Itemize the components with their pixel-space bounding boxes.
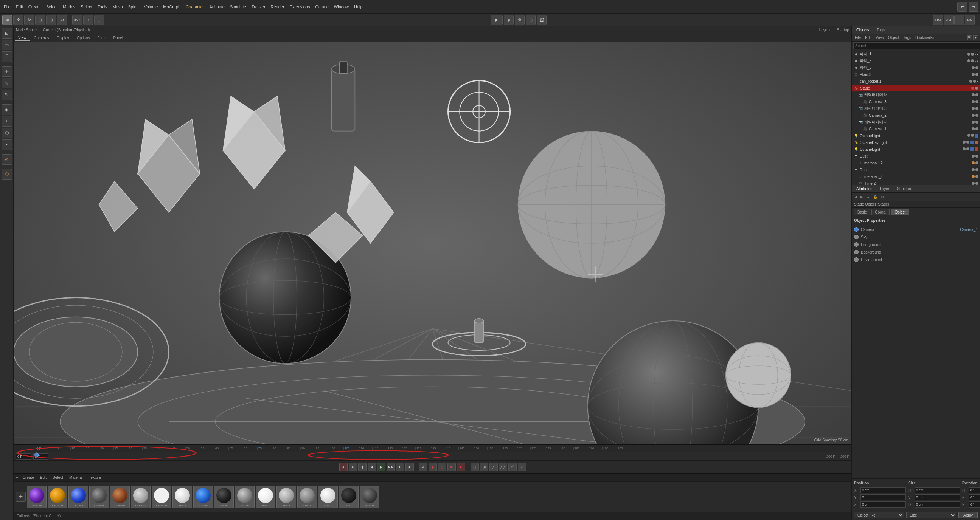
om-vis-stage[interactable] <box>971 87 974 90</box>
menu-tools[interactable]: Tools <box>95 4 110 10</box>
om-item-0[interactable]: ◆ 파티_1 ▸ ▸ <box>852 51 980 57</box>
material-add-btn[interactable]: + <box>16 492 26 502</box>
axis-btn[interactable]: ↕ <box>83 15 93 25</box>
attr-mode-object[interactable]: Object <box>891 209 909 216</box>
om-vis-3[interactable] <box>972 73 975 76</box>
pb-stop[interactable]: ■ <box>447 463 456 471</box>
render-all[interactable]: ◈ <box>504 15 514 25</box>
om-lock-octlight2[interactable] <box>966 147 969 151</box>
material-swatch-mat[interactable]: Mat <box>339 486 359 508</box>
om-item-cam1[interactable]: 📷 캐릭터카메라 <box>852 92 980 98</box>
om-item-time2[interactable]: □ Time.2 <box>852 180 980 185</box>
material-swatch-octglos1[interactable]: OctGlos <box>68 486 88 508</box>
om-item-3[interactable]: □ Plain.3 <box>852 71 980 78</box>
timeline-toggle[interactable]: TL <box>954 15 964 25</box>
pb-record-stop[interactable]: ● <box>457 463 465 471</box>
material-swatch-octdiffu3[interactable]: OctDiffu <box>193 486 213 508</box>
material-swatch-octglos3[interactable]: OctGlos <box>131 486 151 508</box>
snap-btn[interactable]: ⊡ <box>94 15 104 25</box>
lasso-select-tool[interactable]: ⌒ <box>2 51 12 62</box>
move-tool[interactable]: ⊕ <box>2 15 12 25</box>
apply-button[interactable]: Apply <box>958 512 978 518</box>
om-lock-3[interactable] <box>975 73 978 76</box>
om-lock-meta1[interactable] <box>975 162 978 164</box>
move-tool-left[interactable]: ✛ <box>2 66 12 77</box>
menu-mesh[interactable]: Mesh <box>110 4 125 10</box>
sculpt-mode[interactable]: ⊙ <box>2 154 12 165</box>
tab-options[interactable]: Options <box>74 35 93 41</box>
pb-play[interactable]: ▶ <box>377 463 385 471</box>
om-vis-dust1[interactable] <box>972 155 975 158</box>
tab-panel[interactable]: Panel <box>110 35 126 41</box>
om-tag-octlight2[interactable] <box>970 147 974 151</box>
edge-mode[interactable]: / <box>2 116 12 127</box>
pb-extra-4[interactable]: ▷▷ <box>499 463 507 471</box>
menu-octane[interactable]: Octane <box>313 4 331 10</box>
attr-mode-coord[interactable]: Coord. <box>872 209 889 216</box>
model-mode[interactable]: ◈ <box>2 104 12 115</box>
material-swatch-octglos2[interactable]: OctGlos <box>110 486 130 508</box>
attr-tab-layer[interactable]: Layer <box>878 186 891 192</box>
rot-b-input[interactable] <box>969 501 980 507</box>
prop-sky-indicator[interactable] <box>854 235 859 239</box>
om-item-octlight1[interactable]: 💡 OctaneLight <box>852 132 980 139</box>
menu-character[interactable]: Character <box>183 4 206 10</box>
menu-select2[interactable]: Select <box>78 4 95 10</box>
pb-play-back[interactable]: ◀ <box>368 463 376 471</box>
menu-select[interactable]: Select <box>44 4 60 10</box>
om-item-cam3[interactable]: 🎥 Camera_3 <box>852 98 980 105</box>
om-vis-cam1[interactable] <box>972 94 975 97</box>
attr-fwd-btn[interactable]: ▶ <box>859 195 864 199</box>
scale-tool-left[interactable]: ⤡ <box>2 78 12 89</box>
apply-target-dropdown[interactable]: Size Position Rotation <box>906 512 956 518</box>
om-lock-0[interactable] <box>971 52 974 55</box>
om-vis-2[interactable] <box>972 66 975 69</box>
pb-keyframe-remove[interactable]: ◇ <box>438 463 446 471</box>
om-vis-0[interactable] <box>967 52 970 55</box>
timeline[interactable]: 0 F 5 10 15 20 25 30 35 40 45 50 55 60 6… <box>14 444 851 460</box>
menu-help[interactable]: Help <box>352 4 365 10</box>
size-v-input[interactable] <box>915 494 960 500</box>
pb-extra-5[interactable]: ⏎ <box>508 463 517 471</box>
pb-extra-3[interactable]: ▷ <box>490 463 498 471</box>
menu-tracker[interactable]: Tracker <box>249 4 268 10</box>
om-item-meta2[interactable]: ○ metaball_2 <box>852 173 980 180</box>
om-tool-file[interactable]: File <box>853 35 862 40</box>
om-tag-0[interactable]: ▸ <box>975 52 976 56</box>
om-tab-tags[interactable]: Tags <box>875 27 887 33</box>
pb-goto-end[interactable]: ⏭ <box>406 463 414 471</box>
viewport-canvas[interactable]: Perspective <box>14 42 851 444</box>
tab-view[interactable]: View <box>15 35 30 41</box>
om-item-dust2[interactable]: ▼ Dust <box>852 166 980 173</box>
attribute-manager-toggle[interactable]: AM <box>944 15 953 25</box>
pb-extra-2[interactable]: ⊞ <box>480 463 488 471</box>
material-swatch-mat2[interactable]: Mat.2 <box>172 486 192 508</box>
menu-file[interactable]: File <box>2 4 13 10</box>
om-item-1[interactable]: ◆ 파티_2 ▸ ▸ <box>852 57 980 64</box>
om-lock-time2[interactable] <box>975 182 978 185</box>
size-d-input[interactable] <box>915 501 960 507</box>
menu-render[interactable]: Render <box>269 4 287 10</box>
startup-label[interactable]: Startup <box>837 28 849 32</box>
om-tool-edit[interactable]: Edit <box>864 35 873 40</box>
poly-mode[interactable]: ⬡ <box>2 128 12 138</box>
om-lock-cam2[interactable] <box>975 114 978 117</box>
attr-up-btn[interactable]: ▲ <box>865 195 871 199</box>
om-lock-stage[interactable] <box>975 87 978 90</box>
menu-simulate[interactable]: Simulate <box>228 4 248 10</box>
mat-tab-texture[interactable]: Texture <box>87 475 102 480</box>
pb-step-forward[interactable]: ⏵ <box>396 463 404 471</box>
material-swatch-mat1[interactable]: Mat.1 <box>318 486 338 508</box>
layout-label[interactable]: Layout <box>819 28 830 32</box>
rot-h-input[interactable] <box>969 487 980 493</box>
pb-play-forward[interactable]: ▶▶ <box>387 463 395 471</box>
pb-keyframe-add[interactable]: ◆ <box>428 463 437 471</box>
om-vis-cam2[interactable] <box>972 114 975 117</box>
render-active-view[interactable]: ▶ <box>490 15 503 25</box>
material-swatch-octspec[interactable]: OctSpec <box>27 486 46 508</box>
rectangle-select-tool[interactable]: ▭ <box>2 40 12 50</box>
render-picture-viewer[interactable]: 🖼 <box>537 15 547 25</box>
pos-z-input[interactable] <box>861 501 906 507</box>
scale-tool[interactable]: ✛ <box>13 15 23 25</box>
point-mode[interactable]: • <box>2 140 12 150</box>
